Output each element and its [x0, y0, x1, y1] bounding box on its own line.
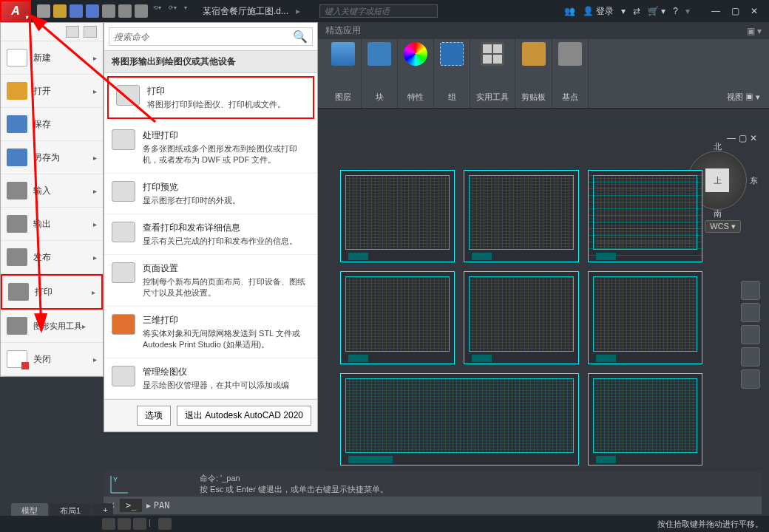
menu-export[interactable]: 输出▸	[1, 208, 103, 241]
open-docs-icon[interactable]	[84, 26, 97, 38]
menu-open[interactable]: 打开▸	[1, 75, 103, 108]
status-ortho-icon[interactable]	[133, 518, 146, 530]
cmd-history-line: 按 Esc 或 Enter 键退出，或单击右键显示快捷菜单。	[200, 484, 754, 495]
command-area: 命令: '_pan 按 Esc 或 Enter 键退出，或单击右键显示快捷菜单。…	[104, 471, 762, 511]
layer-icon[interactable]	[331, 42, 355, 66]
drawing-sheet[interactable]	[464, 170, 578, 262]
statusbar: | 按住拾取键并拖动进行平移。	[0, 516, 769, 532]
qat-open-icon[interactable]	[53, 4, 67, 18]
nav-showmotion-icon[interactable]	[741, 369, 760, 389]
wcs-indicator[interactable]: WCS ▾	[705, 220, 741, 233]
nav-orbit-icon[interactable]	[741, 347, 760, 366]
qat-cloud-save-icon[interactable]	[118, 4, 132, 18]
menu-close-label: 关闭	[33, 353, 93, 366]
submenu-page-desc: 控制每个新布局的页面布局、打印设备、图纸尺寸以及其他设置。	[143, 276, 310, 299]
drawing-sheet[interactable]	[588, 271, 702, 364]
group-icon[interactable]	[440, 42, 464, 66]
undo-dropdown-icon[interactable]: ⟲▾	[151, 4, 163, 18]
utils-icon[interactable]	[481, 42, 504, 66]
exchange-icon[interactable]: ⇄	[633, 6, 640, 16]
cmd-arrow-icon: ▸	[146, 500, 151, 511]
ribbon-group-layer: 图层	[325, 39, 362, 108]
base-icon[interactable]	[558, 42, 582, 66]
drawing-sheet[interactable]	[340, 170, 455, 262]
submenu-print-preview[interactable]: 打印预览显示图形在打印时的外观。	[104, 174, 317, 214]
menu-saveas[interactable]: 另存为▸	[1, 141, 103, 174]
drawing-sheet[interactable]	[588, 373, 702, 466]
status-snap-icon[interactable]	[118, 518, 131, 530]
title-search-input[interactable]	[319, 4, 438, 18]
viewcube-top[interactable]: 上	[705, 168, 729, 192]
maximize-button[interactable]: ▢	[728, 6, 742, 16]
command-line[interactable]: ✕ >_ ▸ PAN	[104, 497, 762, 514]
submenu-page-setup[interactable]: 页面设置控制每个新布局的页面布局、打印设备、图纸尺寸以及其他设置。	[104, 255, 317, 307]
menu-publish[interactable]: 发布▸	[1, 241, 103, 274]
search-icon[interactable]: 🔍	[288, 28, 312, 45]
drawing-sheet[interactable]	[464, 271, 578, 364]
menu-print[interactable]: 打印▸	[1, 274, 103, 310]
drawing-sheet[interactable]	[340, 373, 579, 466]
menu-save[interactable]: 保存	[1, 108, 103, 141]
drawing-area[interactable]: — ▢ ✕ 上 北 南 东 西 WCS ▾	[325, 133, 762, 480]
qat-cloud-open-icon[interactable]	[102, 4, 115, 18]
close-button[interactable]: ✕	[747, 6, 762, 16]
preview-icon	[112, 181, 135, 202]
drawing-sheet[interactable]	[588, 170, 702, 262]
menu-publish-label: 发布	[33, 251, 93, 264]
ribbon-tab-featured[interactable]: 精选应用	[318, 24, 368, 37]
nav-zoom-icon[interactable]	[741, 325, 760, 344]
cmd-history-line: 命令: '_pan	[200, 473, 754, 484]
doc-close-icon[interactable]: ✕	[750, 133, 757, 143]
viewcube-south[interactable]: 南	[714, 208, 722, 219]
status-polar-icon[interactable]	[158, 518, 172, 530]
menu-new[interactable]: 新建▸	[1, 41, 103, 75]
menu-import[interactable]: 输入▸	[1, 174, 103, 208]
submenu-3d-print[interactable]: 三维打印将实体对象和无间隙网格发送到 STL 文件或 Autodesk Prin…	[104, 307, 317, 358]
help-icon[interactable]: ?	[673, 6, 678, 16]
command-search[interactable]: 🔍	[109, 27, 313, 46]
login-button[interactable]: 👤 登录	[583, 5, 614, 18]
cart-icon[interactable]: 🛒 ▾	[648, 6, 665, 16]
clipboard-label: 剪贴板	[521, 89, 546, 105]
viewcube-east[interactable]: 东	[750, 175, 758, 186]
submenu-print-info[interactable]: 查看打印和发布详细信息显示有关已完成的打印和发布作业的信息。	[104, 214, 317, 255]
submenu-manage-plotter[interactable]: 管理绘图仪显示绘图仪管理器，在其中可以添加或编	[104, 358, 317, 399]
redo-dropdown-icon[interactable]: ⟳▾	[166, 4, 179, 18]
block-icon[interactable]	[367, 42, 391, 66]
qat-new-icon[interactable]	[37, 4, 50, 18]
doc-minimize-icon[interactable]: —	[727, 133, 736, 143]
qat-save-icon[interactable]	[70, 4, 83, 18]
ribbon-group-clipboard: 剪贴板	[515, 39, 552, 108]
clipboard-icon[interactable]	[522, 42, 546, 66]
minimize-button[interactable]: —	[708, 6, 723, 16]
menu-tools[interactable]: 图形实用工具▸	[1, 310, 103, 343]
nav-wheel-icon[interactable]	[741, 281, 760, 300]
status-grid-icon[interactable]	[102, 518, 115, 530]
qat-print-icon[interactable]	[135, 4, 148, 18]
menu-close[interactable]: 关闭▸	[1, 343, 103, 376]
view-label[interactable]: 视图 ▣ ▾	[727, 89, 760, 105]
doc-restore-icon[interactable]: ▢	[739, 133, 747, 143]
options-button[interactable]: 选项	[137, 406, 171, 426]
status-hint: 按住拾取键并拖动进行平移。	[657, 519, 763, 530]
app-menu-button[interactable]: A	[0, 0, 31, 22]
recent-docs-icon[interactable]	[66, 26, 79, 38]
ribbon-collapse-icon[interactable]: ▣ ▾	[747, 26, 769, 36]
autodesk-app-icon[interactable]: ▾	[621, 6, 626, 16]
ribbon-group-base: 基点	[552, 39, 589, 108]
command-search-input[interactable]	[109, 28, 288, 45]
menu-import-label: 输入	[33, 185, 93, 197]
ribbon-group-group: 组	[434, 39, 470, 108]
props-icon[interactable]	[404, 42, 427, 66]
submenu-batch-print[interactable]: 处理打印务多张图纸或多个图形发布到绘图仪或打印机，或者发布为 DWF 或 PDF…	[104, 122, 317, 174]
qat-saveas-icon[interactable]	[86, 4, 99, 18]
qat-customize-icon[interactable]: ▾	[182, 4, 189, 18]
submenu-print[interactable]: 打印将图形打印到绘图仪、打印机或文件。	[107, 76, 314, 119]
viewcube-north[interactable]: 北	[714, 141, 722, 152]
nav-pan-icon[interactable]	[741, 303, 760, 322]
drawing-sheet[interactable]	[340, 271, 455, 364]
share-icon[interactable]: 👥	[564, 6, 575, 16]
exit-button[interactable]: 退出 Autodesk AutoCAD 2020	[177, 406, 311, 426]
submenu-footer: 选项 退出 Autodesk AutoCAD 2020	[104, 399, 317, 432]
doc-dropdown-icon[interactable]: ▸	[291, 6, 305, 16]
